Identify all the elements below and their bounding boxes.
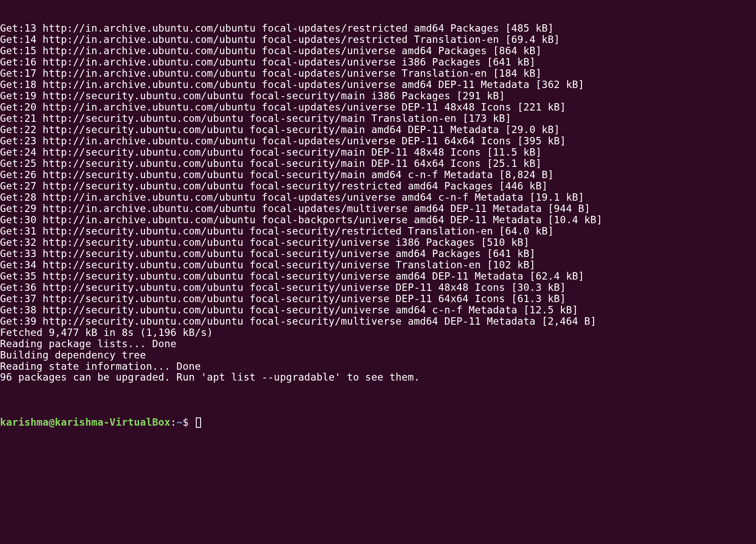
output-line: Get:25 http://security.ubuntu.com/ubuntu… — [0, 158, 756, 169]
output-line: Get:31 http://security.ubuntu.com/ubuntu… — [0, 225, 756, 237]
output-line: Get:19 http://security.ubuntu.com/ubuntu… — [0, 90, 756, 101]
output-line: Get:18 http://in.archive.ubuntu.com/ubun… — [0, 79, 756, 90]
output-line: Get:28 http://in.archive.ubuntu.com/ubun… — [0, 192, 756, 203]
output-line: Get:13 http://in.archive.ubuntu.com/ubun… — [0, 23, 756, 34]
output-line: Get:35 http://security.ubuntu.com/ubuntu… — [0, 270, 756, 282]
output-line: Get:39 http://security.ubuntu.com/ubuntu… — [0, 316, 756, 327]
cursor-icon — [196, 417, 201, 428]
output-line: Get:29 http://in.archive.ubuntu.com/ubun… — [0, 203, 756, 214]
prompt-path: ~ — [176, 417, 182, 428]
output-line: Get:17 http://in.archive.ubuntu.com/ubun… — [0, 68, 756, 79]
output-line: Reading state information... Done — [0, 361, 756, 372]
output-line: Get:33 http://security.ubuntu.com/ubuntu… — [0, 248, 756, 259]
output-line: Get:15 http://in.archive.ubuntu.com/ubun… — [0, 45, 756, 56]
output-line: Get:38 http://security.ubuntu.com/ubuntu… — [0, 304, 756, 316]
prompt-line[interactable]: karishma@karishma-VirtualBox:~$ — [0, 405, 756, 439]
output-lines: Get:13 http://in.archive.ubuntu.com/ubun… — [0, 23, 756, 383]
terminal-output[interactable]: Get:13 http://in.archive.ubuntu.com/ubun… — [0, 0, 756, 450]
output-line: Fetched 9,477 kB in 8s (1,196 kB/s) — [0, 327, 756, 338]
output-line: 96 packages can be upgraded. Run 'apt li… — [0, 371, 756, 383]
output-line: Reading package lists... Done — [0, 338, 756, 349]
output-line: Get:21 http://security.ubuntu.com/ubuntu… — [0, 113, 756, 124]
output-line: Get:23 http://in.archive.ubuntu.com/ubun… — [0, 135, 756, 147]
output-line: Get:30 http://in.archive.ubuntu.com/ubun… — [0, 214, 756, 225]
output-line: Get:27 http://security.ubuntu.com/ubuntu… — [0, 180, 756, 192]
output-line: Get:36 http://security.ubuntu.com/ubuntu… — [0, 282, 756, 293]
output-line: Get:37 http://security.ubuntu.com/ubuntu… — [0, 293, 756, 304]
output-line: Get:14 http://in.archive.ubuntu.com/ubun… — [0, 34, 756, 45]
output-line: Get:20 http://in.archive.ubuntu.com/ubun… — [0, 101, 756, 113]
prompt-user-host: karishma@karishma-VirtualBox — [0, 417, 170, 428]
output-line: Get:34 http://security.ubuntu.com/ubuntu… — [0, 259, 756, 270]
prompt-symbol: $ — [182, 417, 195, 428]
output-line: Get:32 http://security.ubuntu.com/ubuntu… — [0, 237, 756, 248]
prompt-colon: : — [170, 417, 176, 428]
output-line: Building dependency tree — [0, 349, 756, 361]
output-line: Get:22 http://security.ubuntu.com/ubuntu… — [0, 124, 756, 135]
output-line: Get:26 http://security.ubuntu.com/ubuntu… — [0, 169, 756, 180]
output-line: Get:16 http://in.archive.ubuntu.com/ubun… — [0, 56, 756, 68]
output-line: Get:24 http://security.ubuntu.com/ubuntu… — [0, 147, 756, 158]
